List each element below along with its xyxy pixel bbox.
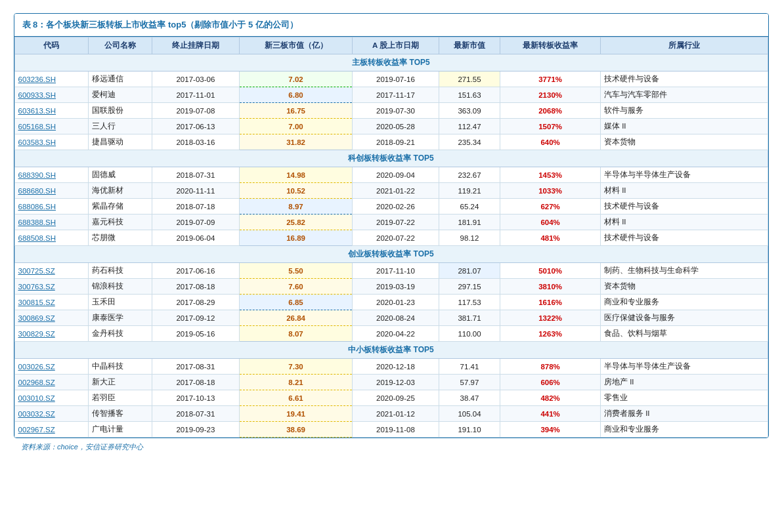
industry: 材料 II (600, 215, 768, 230)
list-date: 2020-01-23 (353, 295, 439, 310)
company-name: 锦浪科技 (89, 279, 152, 295)
end-date: 2018-07-31 (152, 406, 239, 422)
conversion-rate: 1616% (500, 295, 601, 310)
list-date: 2020-04-22 (353, 326, 439, 342)
stock-code[interactable]: 603236.SH (14, 72, 89, 87)
industry: 技术硬件与设备 (600, 199, 768, 215)
market-value: 25.82 (239, 215, 352, 230)
list-date: 2019-03-19 (353, 279, 439, 295)
industry: 半导体与半导体生产设备 (600, 359, 768, 375)
stock-code[interactable]: 300763.SZ (14, 279, 89, 295)
column-header: 终止挂牌日期 (152, 37, 239, 54)
column-header: 所属行业 (600, 37, 768, 54)
column-header: 最新市值 (439, 37, 500, 54)
stock-code[interactable]: 605168.SH (14, 119, 89, 134)
industry: 消费者服务 II (600, 406, 768, 422)
end-date: 2017-09-12 (152, 310, 239, 326)
column-header: 公司名称 (89, 37, 152, 54)
table-row: 002967.SZ广电计量2019-09-2338.692019-11-0819… (14, 422, 768, 438)
company-name: 金丹科技 (89, 326, 152, 342)
conversion-rate: 640% (500, 134, 601, 150)
end-date: 2017-06-13 (152, 119, 239, 134)
stock-code[interactable]: 603613.SH (14, 103, 89, 119)
new-market-value: 281.07 (439, 263, 500, 279)
end-date: 2019-07-08 (152, 103, 239, 119)
end-date: 2017-08-18 (152, 279, 239, 295)
industry: 材料 II (600, 183, 768, 199)
table-row: 300869.SZ康泰医学2017-09-1226.842020-08-2438… (14, 310, 768, 326)
section-header-row: 中小板转板收益率 TOP5 (14, 342, 768, 359)
new-market-value: 119.21 (439, 183, 500, 199)
market-value: 14.98 (239, 167, 352, 183)
stock-code[interactable]: 003026.SZ (14, 359, 89, 375)
new-market-value: 117.53 (439, 295, 500, 310)
stock-code[interactable]: 688388.SH (14, 215, 89, 230)
stock-code[interactable]: 600933.SH (14, 87, 89, 103)
stock-code[interactable]: 003032.SZ (14, 406, 89, 422)
conversion-rate: 1507% (500, 119, 601, 134)
list-date: 2017-11-10 (353, 263, 439, 279)
new-market-value: 38.47 (439, 390, 500, 406)
company-name: 海优新材 (89, 183, 152, 199)
company-name: 移远通信 (89, 72, 152, 87)
table-row: 603613.SH国联股份2019-07-0816.752019-07-3036… (14, 103, 768, 119)
stock-code[interactable]: 300829.SZ (14, 326, 89, 342)
stock-code[interactable]: 688086.SH (14, 199, 89, 215)
stock-code[interactable]: 688680.SH (14, 183, 89, 199)
company-name: 紫晶存储 (89, 199, 152, 215)
list-date: 2020-07-22 (353, 230, 439, 246)
stock-code[interactable]: 300815.SZ (14, 295, 89, 310)
new-market-value: 71.41 (439, 359, 500, 375)
list-date: 2019-07-22 (353, 215, 439, 230)
conversion-rate: 604% (500, 215, 601, 230)
market-value: 10.52 (239, 183, 352, 199)
industry: 商业和专业服务 (600, 295, 768, 310)
table-row: 003010.SZ若羽臣2017-10-136.612020-09-2538.4… (14, 390, 768, 406)
table-row: 603236.SH移远通信2017-03-067.022019-07-16271… (14, 72, 768, 87)
list-date: 2021-01-12 (353, 406, 439, 422)
section-header-label: 主板转板收益率 TOP5 (14, 54, 768, 72)
industry: 半导体与半导体生产设备 (600, 167, 768, 183)
market-value: 26.84 (239, 310, 352, 326)
new-market-value: 297.15 (439, 279, 500, 295)
table-row: 300725.SZ药石科技2017-06-165.502017-11-10281… (14, 263, 768, 279)
stock-code[interactable]: 003010.SZ (14, 390, 89, 406)
end-date: 2018-07-31 (152, 167, 239, 183)
stock-code[interactable]: 002967.SZ (14, 422, 89, 438)
stock-code[interactable]: 002968.SZ (14, 375, 89, 390)
section-header-row: 创业板转板收益率 TOP5 (14, 246, 768, 263)
column-header: 代码 (14, 37, 89, 54)
stock-code[interactable]: 300725.SZ (14, 263, 89, 279)
industry: 医疗保健设备与服务 (600, 310, 768, 326)
table-row: 605168.SH三人行2017-06-137.002020-05-28112.… (14, 119, 768, 134)
section-header-row: 科创板转板收益率 TOP5 (14, 150, 768, 167)
market-value: 7.30 (239, 359, 352, 375)
list-date: 2020-12-18 (353, 359, 439, 375)
table-row: 300815.SZ玉禾田2017-08-296.852020-01-23117.… (14, 295, 768, 310)
conversion-rate: 482% (500, 390, 601, 406)
section-header-row: 主板转板收益率 TOP5 (14, 54, 768, 72)
source-text: 资料来源：choice，安信证券研究中心 (13, 442, 769, 452)
conversion-rate: 1453% (500, 167, 601, 183)
new-market-value: 110.00 (439, 326, 500, 342)
stock-code[interactable]: 300869.SZ (14, 310, 89, 326)
conversion-rate: 2130% (500, 87, 601, 103)
table-row: 003026.SZ中晶科技2017-08-317.302020-12-1871.… (14, 359, 768, 375)
end-date: 2017-11-01 (152, 87, 239, 103)
stock-code[interactable]: 603583.SH (14, 134, 89, 150)
company-name: 若羽臣 (89, 390, 152, 406)
stock-code[interactable]: 688508.SH (14, 230, 89, 246)
stock-code[interactable]: 688390.SH (14, 167, 89, 183)
market-value: 6.85 (239, 295, 352, 310)
company-name: 嘉元科技 (89, 215, 152, 230)
market-value: 8.97 (239, 199, 352, 215)
conversion-rate: 2068% (500, 103, 601, 119)
list-date: 2020-08-24 (353, 310, 439, 326)
end-date: 2019-05-16 (152, 326, 239, 342)
end-date: 2017-03-06 (152, 72, 239, 87)
industry: 媒体 II (600, 119, 768, 134)
end-date: 2017-08-29 (152, 295, 239, 310)
table-row: 603583.SH捷昌驱动2018-03-1631.822018-09-2123… (14, 134, 768, 150)
new-market-value: 271.55 (439, 72, 500, 87)
table-row: 002968.SZ新大正2017-08-188.212019-12-0357.9… (14, 375, 768, 390)
